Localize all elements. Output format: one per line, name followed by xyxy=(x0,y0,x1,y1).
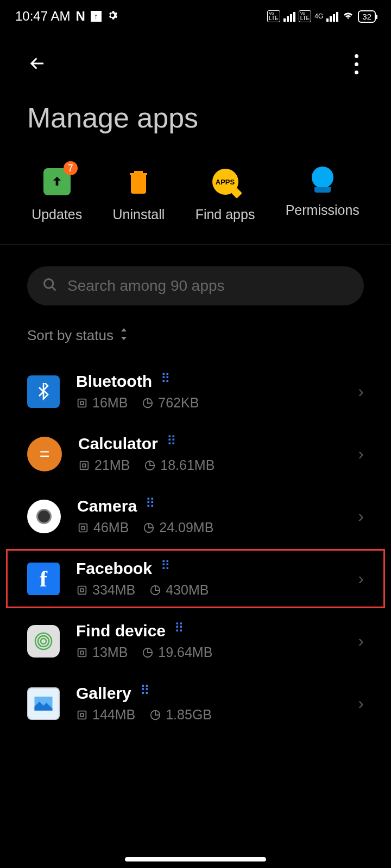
header xyxy=(0,33,391,91)
search-bar[interactable] xyxy=(27,266,364,305)
find-device-icon xyxy=(27,625,60,658)
loading-icon xyxy=(140,687,152,699)
chevron-right-icon: › xyxy=(358,444,364,464)
svg-rect-10 xyxy=(78,586,86,594)
svg-rect-5 xyxy=(83,464,86,467)
signal-icon-1 xyxy=(283,11,295,22)
find-apps-action[interactable]: APPS Find apps xyxy=(195,167,255,222)
app-storage: 13MB xyxy=(92,644,128,660)
signal-icon-2 xyxy=(326,11,338,22)
app-storage: 16MB xyxy=(92,395,128,411)
trash-icon xyxy=(123,167,154,197)
menu-button[interactable] xyxy=(349,49,364,80)
app-storage: 144MB xyxy=(92,707,135,723)
loading-icon xyxy=(167,438,179,450)
gallery-icon xyxy=(27,687,60,720)
svg-rect-8 xyxy=(81,526,85,529)
permissions-label: Permissions xyxy=(286,202,360,218)
app-name: Calculator xyxy=(78,435,158,453)
loading-icon xyxy=(146,500,157,512)
app-storage: 334MB xyxy=(92,582,135,598)
volte-icon-2: VoLTE xyxy=(299,10,312,22)
app-list: Bluetooth 16MB 762KB › = Calculator 21MB… xyxy=(0,360,391,735)
loading-icon xyxy=(161,563,173,575)
status-bar: 10:47 AM N ↑ VoLTE VoLTE 4G 32 xyxy=(0,0,391,33)
app-storage: 46MB xyxy=(93,520,129,535)
sort-arrows-icon xyxy=(119,328,129,343)
search-input[interactable] xyxy=(67,277,349,295)
home-indicator[interactable] xyxy=(125,857,266,861)
back-button[interactable] xyxy=(27,53,48,76)
action-row: 7 Updates Uninstall APPS Find apps Permi… xyxy=(0,156,391,245)
camera-icon xyxy=(27,500,61,533)
svg-rect-21 xyxy=(80,713,84,717)
svg-rect-7 xyxy=(79,524,87,532)
page-title: Manage apps xyxy=(0,91,391,156)
svg-rect-11 xyxy=(80,589,84,592)
updates-action[interactable]: 7 Updates xyxy=(31,167,82,222)
updates-label: Updates xyxy=(31,207,82,222)
app-item-bluetooth[interactable]: Bluetooth 16MB 762KB › xyxy=(0,360,391,423)
permissions-action[interactable]: Permissions xyxy=(286,167,360,222)
chevron-right-icon: › xyxy=(358,506,364,526)
uninstall-label: Uninstall xyxy=(113,207,165,222)
sort-label: Sort by status xyxy=(27,327,113,344)
chevron-right-icon: › xyxy=(358,569,364,589)
app-data: 1.85GB xyxy=(166,707,212,723)
svg-rect-1 xyxy=(78,399,86,407)
app-name: Bluetooth xyxy=(76,372,152,391)
app-item-find-device[interactable]: Find device 13MB 19.64MB › xyxy=(0,610,391,672)
battery-icon: 32 xyxy=(358,10,376,23)
svg-point-15 xyxy=(41,639,46,644)
facebook-icon: f xyxy=(27,563,60,595)
upload-icon: ↑ xyxy=(91,11,102,22)
app-item-camera[interactable]: Camera 46MB 24.09MB › xyxy=(0,485,391,547)
app-name: Facebook xyxy=(76,559,152,578)
app-item-calculator[interactable]: = Calculator 21MB 18.61MB › xyxy=(0,423,391,485)
bluetooth-icon xyxy=(27,375,60,408)
svg-rect-20 xyxy=(78,711,86,719)
loading-icon xyxy=(161,375,173,387)
wifi-icon xyxy=(342,8,355,24)
find-apps-icon: APPS xyxy=(212,169,238,195)
find-apps-label: Find apps xyxy=(195,207,255,222)
network-type: 4G xyxy=(314,12,323,20)
loading-icon xyxy=(174,625,186,637)
status-time: 10:47 AM xyxy=(15,9,70,24)
permissions-icon xyxy=(310,167,336,193)
app-data: 18.61MB xyxy=(160,457,215,473)
app-data: 762KB xyxy=(158,395,199,411)
app-storage: 21MB xyxy=(94,457,130,473)
app-item-gallery[interactable]: Gallery 144MB 1.85GB › xyxy=(0,672,391,735)
netflix-icon: N xyxy=(75,9,85,24)
app-name: Gallery xyxy=(76,684,131,703)
settings-icon xyxy=(107,9,118,24)
updates-badge: 7 xyxy=(64,161,78,175)
svg-point-0 xyxy=(45,279,53,288)
svg-rect-17 xyxy=(80,651,84,654)
volte-icon-1: VoLTE xyxy=(267,10,280,22)
svg-rect-16 xyxy=(78,648,86,656)
svg-point-14 xyxy=(38,636,49,647)
app-data: 24.09MB xyxy=(159,520,213,535)
svg-rect-4 xyxy=(80,461,89,469)
svg-rect-2 xyxy=(80,401,84,405)
chevron-right-icon: › xyxy=(358,381,364,401)
app-data: 19.64MB xyxy=(158,644,212,660)
calculator-icon: = xyxy=(27,437,62,471)
app-item-facebook[interactable]: f Facebook 334MB 430MB › xyxy=(4,547,387,610)
app-name: Camera xyxy=(77,497,137,515)
chevron-right-icon: › xyxy=(358,631,364,651)
app-data: 430MB xyxy=(166,582,209,598)
search-icon xyxy=(42,277,58,295)
sort-button[interactable]: Sort by status xyxy=(0,322,391,360)
chevron-right-icon: › xyxy=(358,693,364,713)
app-name: Find device xyxy=(76,622,166,640)
uninstall-action[interactable]: Uninstall xyxy=(113,167,165,222)
